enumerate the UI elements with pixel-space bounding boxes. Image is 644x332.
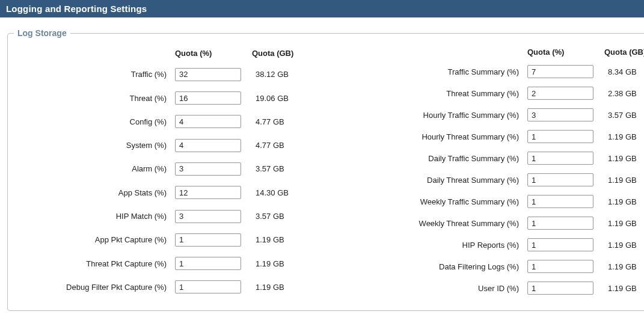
- daily-threat-summary-gb-value: 1.19 GB: [604, 176, 644, 185]
- row-label: Daily Threat Summary (%): [342, 176, 523, 185]
- system-gb-value: 4.77 GB: [252, 141, 324, 150]
- row-label: Alarm (%): [14, 164, 170, 173]
- config-gb-value: 4.77 GB: [252, 117, 324, 126]
- header-quota-pct-left: Quota (%): [175, 49, 247, 58]
- threat-pct-input[interactable]: [175, 91, 241, 105]
- app-pkt-capture-gb-value: 1.19 GB: [252, 235, 324, 244]
- weekly-threat-summary-pct-input[interactable]: [527, 217, 593, 230]
- threat-gb-value: 19.06 GB: [252, 94, 324, 103]
- row-label: Hourly Traffic Summary (%): [342, 111, 523, 120]
- app-stats-pct-input[interactable]: [175, 186, 241, 199]
- hourly-traffic-summary-gb-value: 3.57 GB: [604, 111, 644, 120]
- traffic-pct-input[interactable]: [175, 68, 241, 81]
- data-filtering-logs-gb-value: 1.19 GB: [604, 262, 644, 271]
- system-pct-input[interactable]: [175, 139, 241, 152]
- row-label: Traffic (%): [14, 70, 170, 79]
- log-storage-legend: Log Storage: [14, 28, 70, 38]
- user-id-pct-input[interactable]: [527, 281, 593, 295]
- row-label: User ID (%): [342, 284, 523, 293]
- daily-traffic-summary-gb-value: 1.19 GB: [604, 154, 644, 163]
- data-filtering-logs-pct-input[interactable]: [527, 260, 593, 273]
- row-label: HIP Reports (%): [342, 241, 523, 250]
- alarm-gb-value: 3.57 GB: [252, 164, 324, 173]
- daily-threat-summary-pct-input[interactable]: [527, 173, 593, 186]
- hip-reports-gb-value: 1.19 GB: [604, 241, 644, 250]
- hourly-traffic-summary-pct-input[interactable]: [527, 108, 593, 121]
- log-storage-left-column: Quota (%) Quota (GB) Traffic (%) 38.12 G…: [14, 48, 324, 295]
- row-label: Threat Pkt Capture (%): [14, 259, 170, 268]
- debug-filter-pkt-capture-gb-value: 1.19 GB: [252, 283, 324, 292]
- threat-summary-pct-input[interactable]: [527, 87, 593, 100]
- row-label: Threat Summary (%): [342, 89, 523, 98]
- user-id-gb-value: 1.19 GB: [604, 284, 644, 293]
- hip-match-gb-value: 3.57 GB: [252, 212, 324, 221]
- row-label: Threat (%): [14, 94, 170, 103]
- config-pct-input[interactable]: [175, 115, 241, 128]
- row-label: Config (%): [14, 117, 170, 126]
- app-stats-gb-value: 14.30 GB: [252, 188, 324, 197]
- log-storage-fieldset: Log Storage Quota (%) Quota (GB) Traffic…: [7, 28, 644, 311]
- threat-summary-gb-value: 2.38 GB: [604, 89, 644, 98]
- traffic-summary-pct-input[interactable]: [527, 65, 593, 78]
- app-pkt-capture-pct-input[interactable]: [175, 233, 241, 247]
- debug-filter-pkt-capture-pct-input[interactable]: [175, 280, 241, 294]
- row-label: System (%): [14, 141, 170, 150]
- header-quota-gb-right: Quota (GB): [604, 48, 644, 57]
- row-label: Daily Traffic Summary (%): [342, 154, 523, 163]
- header-quota-pct-right: Quota (%): [527, 48, 600, 57]
- hip-match-pct-input[interactable]: [175, 210, 241, 223]
- log-storage-right-column: Quota (%) Quota (GB) Traffic Summary (%)…: [342, 48, 644, 295]
- row-label: App Pkt Capture (%): [14, 235, 170, 244]
- alarm-pct-input[interactable]: [175, 162, 241, 176]
- weekly-threat-summary-gb-value: 1.19 GB: [604, 219, 644, 228]
- weekly-traffic-summary-gb-value: 1.19 GB: [604, 197, 644, 206]
- daily-traffic-summary-pct-input[interactable]: [527, 152, 593, 165]
- row-label: App Stats (%): [14, 188, 170, 197]
- hip-reports-pct-input[interactable]: [527, 238, 593, 251]
- hourly-threat-summary-pct-input[interactable]: [527, 130, 593, 143]
- row-label: Data Filtering Logs (%): [342, 262, 523, 271]
- row-label: Hourly Threat Summary (%): [342, 132, 523, 141]
- weekly-traffic-summary-pct-input[interactable]: [527, 195, 593, 208]
- row-label: Weekly Traffic Summary (%): [342, 197, 523, 206]
- hourly-threat-summary-gb-value: 1.19 GB: [604, 132, 644, 141]
- row-label: Traffic Summary (%): [342, 67, 523, 76]
- threat-pkt-capture-pct-input[interactable]: [175, 257, 241, 270]
- content-area: Log Storage Quota (%) Quota (GB) Traffic…: [6, 28, 638, 311]
- traffic-gb-value: 38.12 GB: [252, 70, 324, 79]
- header-quota-gb-left: Quota (GB): [252, 49, 324, 58]
- row-label: HIP Match (%): [14, 212, 170, 221]
- row-label: Debug Filter Pkt Capture (%): [14, 283, 170, 292]
- threat-pkt-capture-gb-value: 1.19 GB: [252, 259, 324, 268]
- page-title: Logging and Reporting Settings: [0, 0, 644, 17]
- traffic-summary-gb-value: 8.34 GB: [604, 67, 644, 76]
- row-label: Weekly Threat Summary (%): [342, 219, 523, 228]
